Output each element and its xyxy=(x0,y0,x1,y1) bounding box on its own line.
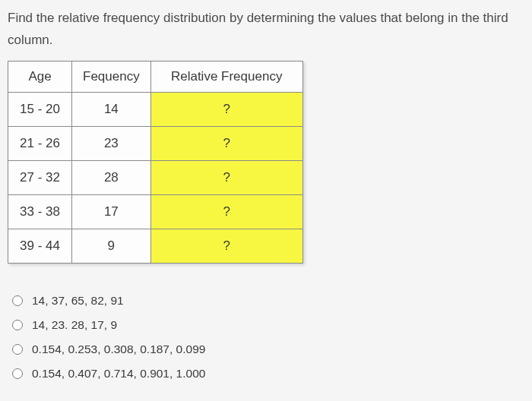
table-header-row: Age Fequency Relative Frequency xyxy=(8,61,303,92)
header-frequency: Fequency xyxy=(72,61,151,92)
cell-age: 21 - 26 xyxy=(8,126,72,160)
cell-age: 15 - 20 xyxy=(8,92,72,126)
option-2-radio[interactable] xyxy=(12,320,23,330)
cell-relative-frequency: ? xyxy=(150,126,302,160)
option-4[interactable]: 0.154, 0.407, 0.714, 0.901, 1.000 xyxy=(8,367,524,380)
cell-age: 27 - 32 xyxy=(8,160,72,194)
table-row: 15 - 20 14 ? xyxy=(8,92,303,126)
table-row: 21 - 26 23 ? xyxy=(8,126,303,160)
cell-age: 33 - 38 xyxy=(8,194,72,229)
cell-age: 39 - 44 xyxy=(8,229,72,263)
header-age: Age xyxy=(8,61,72,92)
cell-frequency: 28 xyxy=(72,160,151,194)
option-1-radio[interactable] xyxy=(12,295,23,306)
table-row: 27 - 32 28 ? xyxy=(8,160,303,194)
option-2[interactable]: 14, 23. 28, 17, 9 xyxy=(8,318,524,332)
table-row: 33 - 38 17 ? xyxy=(8,194,303,229)
cell-relative-frequency: ? xyxy=(150,194,302,229)
option-4-label: 0.154, 0.407, 0.714, 0.901, 1.000 xyxy=(32,367,205,380)
option-3-label: 0.154, 0.253, 0.308, 0.187, 0.099 xyxy=(32,343,205,356)
option-3-radio[interactable] xyxy=(12,344,23,355)
question-prompt: Find the relative frequency distribution… xyxy=(8,8,524,52)
header-relative-frequency: Relative Frequency xyxy=(150,61,302,92)
cell-relative-frequency: ? xyxy=(150,160,302,194)
option-2-label: 14, 23. 28, 17, 9 xyxy=(32,318,117,332)
option-3[interactable]: 0.154, 0.253, 0.308, 0.187, 0.099 xyxy=(8,343,524,356)
table-row: 39 - 44 9 ? xyxy=(8,229,303,263)
question-container: Find the relative frequency distribution… xyxy=(0,0,532,388)
cell-frequency: 17 xyxy=(72,194,151,229)
cell-relative-frequency: ? xyxy=(150,92,302,126)
cell-frequency: 23 xyxy=(72,126,151,160)
cell-relative-frequency: ? xyxy=(150,229,302,263)
option-1[interactable]: 14, 37, 65, 82, 91 xyxy=(8,294,524,308)
cell-frequency: 14 xyxy=(72,92,151,126)
option-1-label: 14, 37, 65, 82, 91 xyxy=(32,294,124,308)
option-4-radio[interactable] xyxy=(12,368,23,379)
frequency-table: Age Fequency Relative Frequency 15 - 20 … xyxy=(8,61,303,264)
cell-frequency: 9 xyxy=(72,229,151,263)
answer-options: 14, 37, 65, 82, 91 14, 23. 28, 17, 9 0.1… xyxy=(8,294,524,380)
